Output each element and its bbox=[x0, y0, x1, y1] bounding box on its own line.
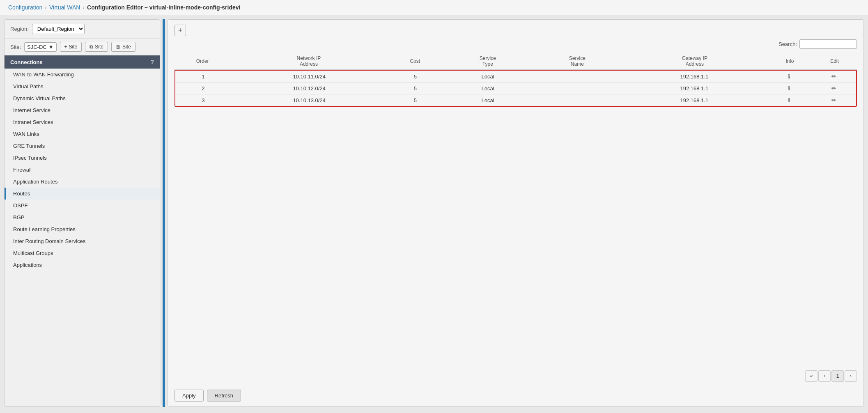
col-header-cost: Cost bbox=[387, 53, 443, 70]
breadcrumb-sep-2: › bbox=[83, 4, 85, 11]
cell-info[interactable]: ℹ bbox=[767, 83, 812, 94]
cell-cost: 5 bbox=[387, 94, 443, 106]
right-toolbar: + bbox=[175, 25, 857, 36]
edit-icon[interactable]: ✏ bbox=[831, 85, 836, 92]
table-container: Order Network IPAddress Cost ServiceType… bbox=[175, 53, 857, 370]
nav-item-applications[interactable]: Applications bbox=[5, 259, 160, 271]
cell-network-ip: 10.10.11.0/24 bbox=[231, 71, 388, 83]
pagination-first[interactable]: « bbox=[805, 370, 817, 382]
cell-gateway-ip: 192.168.1.1 bbox=[622, 94, 767, 106]
cell-service-name bbox=[533, 83, 622, 94]
delete-site-label: Site bbox=[122, 44, 131, 50]
trash-icon: 🗑 bbox=[116, 44, 121, 50]
nav-item-virtual-paths[interactable]: Virtual Paths bbox=[5, 80, 160, 92]
nav-item-application-routes[interactable]: Application Routes bbox=[5, 176, 160, 188]
bottom-actions: Apply Refresh bbox=[175, 387, 857, 402]
help-icon[interactable]: ? bbox=[150, 59, 154, 65]
site-dropdown-icon: ▼ bbox=[48, 44, 54, 50]
search-row: Search: bbox=[175, 39, 857, 49]
connections-header: Connections ? bbox=[5, 55, 160, 69]
site-selector[interactable]: SJC-DC ▼ bbox=[24, 42, 57, 52]
main-container: Region: Default_Region Site: SJC-DC ▼ + … bbox=[0, 15, 868, 411]
pagination-next[interactable]: › bbox=[845, 370, 857, 382]
delete-site-button[interactable]: 🗑 Site bbox=[111, 42, 135, 52]
nav-item-ospf[interactable]: OSPF bbox=[5, 200, 160, 211]
cell-service-type: Local bbox=[443, 71, 532, 83]
vertical-divider bbox=[163, 19, 165, 407]
breadcrumb-configuration[interactable]: Configuration bbox=[8, 4, 42, 11]
breadcrumb-virtual-wan[interactable]: Virtual WAN bbox=[49, 4, 80, 11]
col-header-gateway-ip: Gateway IPAddress bbox=[622, 53, 767, 70]
nav-item-ipsec-tunnels[interactable]: IPsec Tunnels bbox=[5, 152, 160, 164]
col-header-service-type: ServiceType bbox=[443, 53, 533, 70]
col-header-order: Order bbox=[175, 53, 230, 70]
copy-site-label: Site bbox=[95, 44, 103, 50]
breadcrumb-current: Configuration Editor – virtual-inline-mo… bbox=[87, 4, 240, 11]
cell-edit[interactable]: ✏ bbox=[811, 83, 856, 94]
copy-icon: ⧉ bbox=[90, 44, 93, 50]
routes-table-header: Order Network IPAddress Cost ServiceType… bbox=[175, 53, 857, 70]
add-site-label: Site bbox=[69, 44, 78, 50]
cell-edit[interactable]: ✏ bbox=[811, 71, 856, 83]
nav-item-dynamic-virtual-paths[interactable]: Dynamic Virtual Paths bbox=[5, 92, 160, 104]
cell-service-name bbox=[533, 94, 622, 106]
routes-table-data: 1 10.10.11.0/24 5 Local 192.168.1.1 ℹ ✏ … bbox=[175, 71, 856, 106]
cell-service-type: Local bbox=[443, 83, 532, 94]
left-panel: Region: Default_Region Site: SJC-DC ▼ + … bbox=[4, 19, 160, 407]
cell-order: 2 bbox=[175, 83, 231, 94]
search-input[interactable] bbox=[799, 39, 857, 49]
breadcrumb: Configuration › Virtual WAN › Configurat… bbox=[0, 0, 868, 15]
cell-gateway-ip: 192.168.1.1 bbox=[622, 83, 767, 94]
nav-list: WAN-to-WAN Forwarding Virtual Paths Dyna… bbox=[5, 69, 160, 406]
nav-item-intranet-services[interactable]: Intranet Services bbox=[5, 116, 160, 128]
nav-item-internet-service[interactable]: Internet Service bbox=[5, 104, 160, 116]
search-label: Search: bbox=[778, 41, 797, 47]
apply-button[interactable]: Apply bbox=[175, 390, 204, 402]
col-header-info: Info bbox=[767, 53, 812, 70]
nav-item-inter-routing[interactable]: Inter Routing Domain Services bbox=[5, 235, 160, 247]
region-label: Region: bbox=[10, 26, 29, 32]
cell-network-ip: 10.10.13.0/24 bbox=[231, 94, 388, 106]
cell-cost: 5 bbox=[387, 71, 443, 83]
region-select[interactable]: Default_Region bbox=[32, 24, 85, 34]
cell-cost: 5 bbox=[387, 83, 443, 94]
edit-icon[interactable]: ✏ bbox=[831, 73, 836, 80]
nav-item-wan-forwarding[interactable]: WAN-to-WAN Forwarding bbox=[5, 69, 160, 80]
copy-site-button[interactable]: ⧉ Site bbox=[85, 42, 108, 52]
plus-icon: + bbox=[64, 44, 67, 50]
nav-item-wan-links[interactable]: WAN Links bbox=[5, 128, 160, 140]
site-label: Site: bbox=[10, 44, 21, 50]
refresh-button[interactable]: Refresh bbox=[207, 390, 241, 402]
cell-gateway-ip: 192.168.1.1 bbox=[622, 71, 767, 83]
table-row: 2 10.10.12.0/24 5 Local 192.168.1.1 ℹ ✏ bbox=[175, 83, 856, 94]
edit-icon[interactable]: ✏ bbox=[831, 97, 836, 103]
cell-edit[interactable]: ✏ bbox=[811, 94, 856, 106]
cell-network-ip: 10.10.12.0/24 bbox=[231, 83, 388, 94]
info-icon[interactable]: ℹ bbox=[788, 73, 790, 80]
cell-order: 1 bbox=[175, 71, 231, 83]
info-icon[interactable]: ℹ bbox=[788, 97, 790, 103]
nav-item-bgp[interactable]: BGP bbox=[5, 211, 160, 223]
add-site-button[interactable]: + Site bbox=[60, 42, 82, 52]
connections-title: Connections bbox=[10, 59, 43, 65]
nav-item-route-learning[interactable]: Route Learning Properties bbox=[5, 223, 160, 235]
nav-item-gre-tunnels[interactable]: GRE Tunnels bbox=[5, 140, 160, 152]
pagination-prev[interactable]: ‹ bbox=[818, 370, 831, 382]
nav-item-multicast[interactable]: Multicast Groups bbox=[5, 247, 160, 259]
pagination: « ‹ 1 › bbox=[175, 370, 857, 382]
pagination-current[interactable]: 1 bbox=[831, 370, 844, 382]
cell-info[interactable]: ℹ bbox=[767, 94, 812, 106]
nav-item-routes[interactable]: Routes bbox=[5, 188, 160, 200]
cell-service-type: Local bbox=[443, 94, 532, 106]
table-row: 1 10.10.11.0/24 5 Local 192.168.1.1 ℹ ✏ bbox=[175, 71, 856, 83]
nav-item-firewall[interactable]: Firewall bbox=[5, 164, 160, 176]
cell-info[interactable]: ℹ bbox=[767, 71, 812, 83]
table-row: 3 10.10.13.0/24 5 Local 192.168.1.1 ℹ ✏ bbox=[175, 94, 856, 106]
cell-order: 3 bbox=[175, 94, 231, 106]
routes-table-wrapper: 1 10.10.11.0/24 5 Local 192.168.1.1 ℹ ✏ … bbox=[175, 70, 857, 107]
info-icon[interactable]: ℹ bbox=[788, 85, 790, 92]
site-value: SJC-DC bbox=[27, 44, 47, 50]
add-route-button[interactable]: + bbox=[175, 25, 186, 36]
region-row: Region: Default_Region bbox=[5, 20, 160, 39]
col-header-network-ip: Network IPAddress bbox=[230, 53, 387, 70]
